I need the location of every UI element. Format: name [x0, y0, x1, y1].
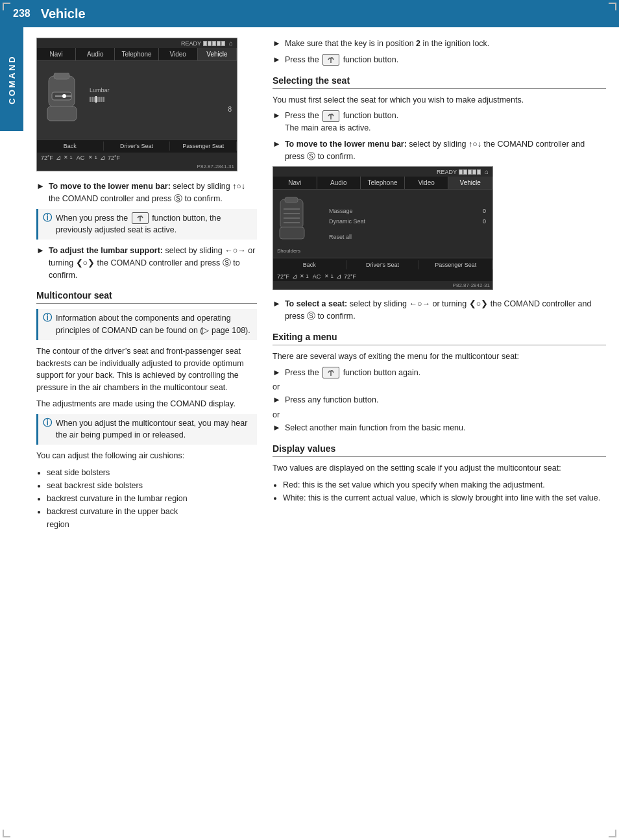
- main-content: READY ⌂ Navi Audio Telephone Video Vehic…: [23, 27, 619, 549]
- right-arrow-item-2: ► Press the function button.: [273, 54, 606, 66]
- or-label-2: or: [273, 410, 606, 419]
- bullet-3: backrest curvature in the lumbar region: [47, 492, 257, 505]
- screen1-img-label: P82.87-2841-31: [37, 162, 237, 171]
- right-note-active: The main area is active.: [285, 123, 371, 132]
- screen2-dynamic-label: Dynamic Seat: [329, 218, 365, 225]
- info-icon-2: ⓘ: [43, 312, 52, 324]
- screen1-ac-label: AC: [77, 154, 85, 161]
- left-para-3: You can adjust the following air cushion…: [36, 450, 257, 462]
- svg-rect-10: [280, 227, 304, 239]
- screen1-nav-navi: Navi: [37, 48, 76, 60]
- right-arrow-icon-5: ►: [273, 299, 281, 308]
- section-exiting: Exiting a menu: [273, 332, 606, 345]
- left-column: READY ⌂ Navi Audio Telephone Video Vehic…: [36, 38, 257, 536]
- right-arrow-text-4: To move to the lower menu bar: select by…: [285, 138, 606, 163]
- svg-rect-1: [47, 106, 77, 121]
- right-arrow-item-3: ► Press the function button. The main ar…: [273, 110, 606, 134]
- right-column: ► Make sure that the key is in position …: [273, 38, 606, 536]
- screen2-nav-telephone: Telephone: [361, 177, 405, 189]
- info-icon-1: ⓘ: [43, 212, 52, 224]
- page-number: 238: [13, 8, 30, 19]
- screen2-seat-graphic: [277, 196, 316, 248]
- screen1-seat-graphic: [42, 73, 84, 128]
- screen1-back: Back: [37, 142, 104, 151]
- screen1-antenna-icon: ⌂: [229, 40, 233, 47]
- section-multicontour: Multicontour seat: [36, 290, 257, 304]
- screen1-temp-right: 72°F: [108, 154, 120, 161]
- left-bullet-list: seat side bolsters seat backrest side bo…: [36, 466, 257, 531]
- screen2-status-text: READY: [437, 169, 457, 175]
- corner-mark-tl: [3, 3, 10, 10]
- sidebar-text: COMAND: [7, 55, 17, 105]
- screen2-right-panel: Massage 0 Dynamic Seat 0 Reset all: [325, 190, 492, 258]
- display-bullet-1: Red: this is the set value which you spe…: [283, 478, 606, 491]
- section-selecting: Selecting the seat: [273, 75, 606, 89]
- screen1-temp-left: 72°F: [41, 154, 53, 161]
- screen1-body: Lumbar: [37, 61, 237, 139]
- screen2-massage-row: Massage 0: [329, 208, 486, 214]
- screen1-ac-bar: 72°F ⊿ ✕ 1 AC ✕ 1 ⊿ 72°F: [37, 153, 237, 162]
- screen2-fan-icon-right: ⊿: [336, 273, 341, 280]
- screen1-tick-marks: [90, 95, 232, 103]
- screen1-slider-area: Lumbar: [90, 87, 232, 113]
- corner-mark-tr: [609, 3, 616, 10]
- screen2-shoulder-label: Shoulders: [277, 248, 321, 254]
- left-info-item-3: ⓘ When you adjust the multicontour seat,…: [36, 414, 257, 445]
- screen2-dynamic-value: 0: [476, 218, 486, 225]
- two-column-layout: READY ⌂ Navi Audio Telephone Video Vehic…: [36, 38, 606, 536]
- right-para-1: You must first select the seat for which…: [273, 94, 606, 106]
- left-arrow-item-1: ► To move to the lower menu bar: select …: [36, 180, 257, 205]
- screen1-slider-label: Lumbar: [90, 87, 232, 93]
- exit-arrow-icon-2: ►: [273, 395, 281, 404]
- svg-rect-11: [285, 197, 298, 203]
- screen2-seat-lines: [277, 196, 321, 248]
- arrow-icon-2: ►: [36, 245, 45, 255]
- bullet-4: backrest curvature in the upper backregi…: [47, 505, 257, 531]
- left-info-item-2: ⓘ Information about the components and o…: [36, 309, 257, 340]
- arrow-icon-1: ►: [36, 181, 45, 191]
- right-arrow-text-5: To select a seat: select by sliding ←○→ …: [285, 298, 606, 323]
- screen2-temp-right: 72°F: [344, 273, 356, 280]
- screen2-massage-value: 0: [476, 208, 486, 214]
- func-btn-inline-exit: [322, 367, 339, 378]
- right-arrow-item-1: ► Make sure that the key is in position …: [273, 38, 606, 50]
- right-arrow-item-5: ► To select a seat: select by sliding ←○…: [273, 298, 606, 323]
- screen1-status-blocks: [203, 41, 225, 46]
- screen1-status-bar: READY ⌂: [37, 38, 237, 48]
- screen1-nav-telephone: Telephone: [115, 48, 158, 60]
- right-arrow-icon-4: ►: [273, 139, 281, 149]
- display-bullet-2: White: this is the current actual value,…: [283, 491, 606, 504]
- screen1-fan-icon: ⊿: [56, 154, 61, 161]
- func-btn-inline-1: [132, 212, 149, 224]
- left-info-text-3: When you adjust the multicontour seat, y…: [56, 417, 252, 442]
- screen2: READY ⌂ Navi Audio Telephone Video Vehic…: [273, 166, 493, 290]
- screen2-bottom-bar: Back Driver's Seat Passenger Seat: [273, 258, 492, 271]
- exit-arrow-text-3: Select another main function from the ba…: [285, 422, 466, 434]
- right-arrow-item-4: ► To move to the lower menu bar: select …: [273, 138, 606, 163]
- screen2-driver-seat: Driver's Seat: [346, 260, 420, 269]
- right-arrow-icon-3: ►: [273, 110, 281, 120]
- exit-arrow-icon-1: ►: [273, 367, 281, 377]
- screen1-bottom-bar: Back Driver's Seat Passenger Seat: [37, 139, 237, 153]
- screen2-mode-left: ✕ 1: [300, 273, 309, 279]
- func-btn-inline-2: [322, 54, 339, 66]
- info-icon-3: ⓘ: [43, 417, 52, 429]
- screen2-ac-bar: 72°F ⊿ ✕ 1 AC ✕ 1 ⊿ 72°F: [273, 271, 492, 281]
- screen1-nav-video: Video: [159, 48, 198, 60]
- exit-arrow-icon-3: ►: [273, 423, 281, 432]
- screen2-nav-navi: Navi: [273, 177, 317, 189]
- screen1-passenger-seat: Passenger Seat: [170, 142, 237, 151]
- right-arrow-icon-2: ►: [273, 55, 281, 64]
- screen2-back: Back: [273, 260, 346, 269]
- screen2-mode-right: ✕ 1: [324, 273, 334, 279]
- func-btn-inline-3: [322, 110, 339, 122]
- left-para-2: The adjustments are made using the COMAN…: [36, 398, 257, 410]
- exit-arrow-2: ► Press any function button.: [273, 394, 606, 406]
- screen1-fan-icon-right: ⊿: [100, 154, 105, 161]
- bullet-1: seat side bolsters: [47, 466, 257, 479]
- screen1-nav-audio: Audio: [76, 48, 115, 60]
- left-arrow-item-2: ► To adjust the lumbar support: select b…: [36, 245, 257, 281]
- right-arrow-icon-1: ►: [273, 38, 281, 48]
- svg-rect-0: [49, 76, 75, 107]
- screen2-massage-label: Massage: [329, 208, 353, 214]
